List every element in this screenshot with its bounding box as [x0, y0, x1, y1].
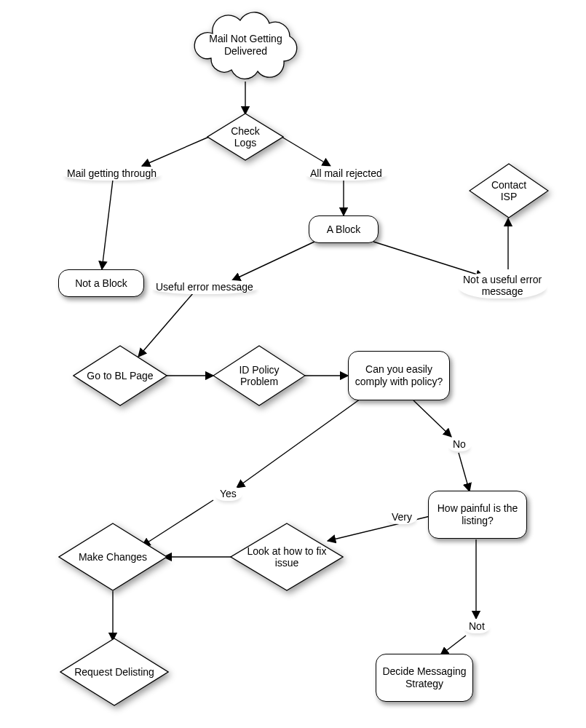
can-comply-box: Can you easily comply with policy?	[348, 351, 450, 400]
svg-line-12	[413, 400, 451, 437]
can-comply-label: Can you easily comply with policy?	[353, 363, 445, 388]
decide-strategy-label: Decide Messaging Strategy	[381, 665, 468, 690]
edge-yes: Yes	[214, 486, 242, 501]
svg-line-6	[373, 242, 484, 277]
svg-line-1	[142, 137, 209, 166]
svg-line-3	[102, 180, 113, 269]
make-changes-label: Make Changes	[58, 523, 167, 591]
start-cloud: Mail Not Getting Delivered	[189, 9, 302, 82]
id-policy-decision: ID Policy Problem	[213, 345, 306, 406]
go-to-bl-label: Go to BL Page	[73, 345, 167, 406]
check-logs-label: Check Logs	[207, 113, 284, 161]
look-fix-label: Look at how to fix issue	[230, 523, 344, 591]
how-painful-box: How painful is the listing?	[428, 491, 527, 539]
make-changes-decision: Make Changes	[58, 523, 167, 591]
request-delisting-label: Request Delisting	[60, 638, 169, 706]
svg-line-2	[282, 137, 330, 166]
edge-useful-error: Useful error message	[150, 280, 259, 294]
go-to-bl-decision: Go to BL Page	[73, 345, 167, 406]
svg-line-5	[232, 242, 314, 280]
edge-no: No	[447, 437, 472, 451]
decide-strategy-box: Decide Messaging Strategy	[376, 654, 473, 702]
svg-line-11	[237, 399, 360, 488]
a-block-box: A Block	[309, 215, 379, 243]
svg-line-13	[459, 453, 470, 491]
svg-line-18	[440, 636, 466, 655]
edge-very: Very	[386, 510, 418, 524]
start-label: Mail Not Getting Delivered	[189, 9, 302, 82]
id-policy-label: ID Policy Problem	[213, 345, 306, 406]
edge-not: Not	[463, 619, 491, 633]
a-block-label: A Block	[327, 223, 361, 236]
check-logs-decision: Check Logs	[207, 113, 284, 161]
not-a-block-label: Not a Block	[75, 277, 127, 290]
request-delisting-decision: Request Delisting	[60, 638, 169, 706]
how-painful-label: How painful is the listing?	[433, 502, 522, 527]
edge-all-rejected: All mail rejected	[304, 166, 388, 181]
contact-isp-label: Contact ISP	[469, 163, 549, 218]
not-a-block-box: Not a Block	[58, 269, 144, 297]
edge-mail-through: Mail getting through	[61, 166, 162, 181]
edge-not-useful-error: Not a useful error message	[457, 272, 547, 298]
look-fix-decision: Look at how to fix issue	[230, 523, 344, 591]
contact-isp-decision: Contact ISP	[469, 163, 549, 218]
